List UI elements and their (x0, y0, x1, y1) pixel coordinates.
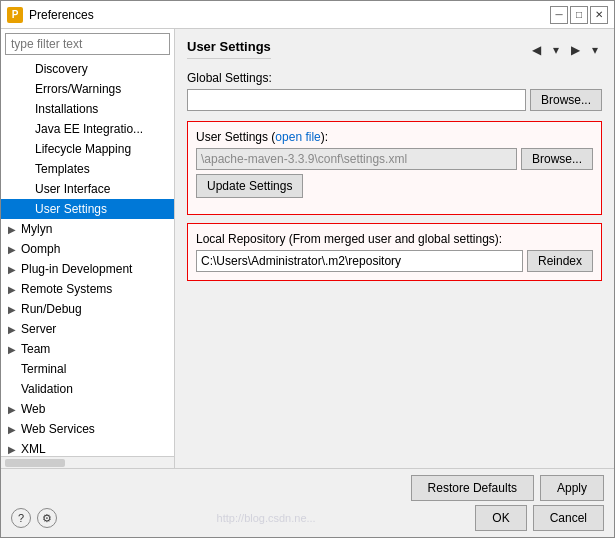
apply-button[interactable]: Apply (540, 475, 604, 501)
tree-item-oomph[interactable]: ▶Oomph (1, 239, 174, 259)
global-settings-label: Global Settings: (187, 71, 602, 85)
tree-label-discovery: Discovery (33, 62, 88, 76)
global-browse-button[interactable]: Browse... (530, 89, 602, 111)
settings-icon[interactable]: ⚙ (37, 508, 57, 528)
tree-label-errors-warnings: Errors/Warnings (33, 82, 121, 96)
update-settings-button[interactable]: Update Settings (196, 174, 303, 198)
tree-label-lifecycle-mapping: Lifecycle Mapping (33, 142, 131, 156)
tree-label-oomph: Oomph (19, 242, 60, 256)
nav-back-dropdown[interactable]: ▾ (549, 41, 563, 59)
user-browse-button[interactable]: Browse... (521, 148, 593, 170)
expand-icon-remote-systems: ▶ (5, 282, 19, 296)
tree-label-user-settings: User Settings (33, 202, 107, 216)
tree-item-templates[interactable]: Templates (1, 159, 174, 179)
expand-icon-server: ▶ (5, 322, 19, 336)
open-file-link[interactable]: open file (275, 130, 320, 144)
ok-button[interactable]: OK (475, 505, 526, 531)
expand-icon-errors-warnings (19, 82, 33, 96)
expand-icon-web: ▶ (5, 402, 19, 416)
global-settings-input[interactable] (187, 89, 526, 111)
tree-item-web-services[interactable]: ▶Web Services (1, 419, 174, 439)
tree-item-user-interface[interactable]: User Interface (1, 179, 174, 199)
maximize-button[interactable]: □ (570, 6, 588, 24)
section-title: User Settings (187, 39, 271, 59)
tree-item-java-ee[interactable]: Java EE Integratio... (1, 119, 174, 139)
app-icon: P (7, 7, 23, 23)
left-panel: DiscoveryErrors/WarningsInstallationsJav… (1, 29, 175, 468)
filter-input[interactable] (5, 33, 170, 55)
expand-icon-discovery (19, 62, 33, 76)
right-panel: User Settings ◀ ▾ ▶ ▾ Global Settings: B… (175, 29, 614, 468)
expand-icon-oomph: ▶ (5, 242, 19, 256)
tree-item-user-settings[interactable]: User Settings (1, 199, 174, 219)
user-settings-label: User Settings (open file): (196, 130, 593, 144)
cancel-button[interactable]: Cancel (533, 505, 604, 531)
tree-label-remote-systems: Remote Systems (19, 282, 112, 296)
tree-item-team[interactable]: ▶Team (1, 339, 174, 359)
nav-forward-button[interactable]: ▶ (567, 41, 584, 59)
expand-icon-templates (19, 162, 33, 176)
tree-label-run-debug: Run/Debug (19, 302, 82, 316)
expand-icon-plugin-development: ▶ (5, 262, 19, 276)
tree-item-plugin-development[interactable]: ▶Plug-in Development (1, 259, 174, 279)
title-bar: P Preferences ─ □ ✕ (1, 1, 614, 29)
expand-icon-mylyn: ▶ (5, 222, 19, 236)
tree-item-discovery[interactable]: Discovery (1, 59, 174, 79)
nav-forward-dropdown[interactable]: ▾ (588, 41, 602, 59)
tree-item-validation[interactable]: Validation (1, 379, 174, 399)
tree-item-xml[interactable]: ▶XML (1, 439, 174, 456)
restore-defaults-button[interactable]: Restore Defaults (411, 475, 534, 501)
tree-item-run-debug[interactable]: ▶Run/Debug (1, 299, 174, 319)
tree-label-server: Server (19, 322, 56, 336)
preference-tree: DiscoveryErrors/WarningsInstallationsJav… (1, 59, 174, 456)
top-action-buttons: Restore Defaults Apply (11, 475, 604, 501)
main-content: DiscoveryErrors/WarningsInstallationsJav… (1, 29, 614, 468)
local-repo-label: Local Repository (From merged user and g… (196, 232, 593, 246)
tree-label-mylyn: Mylyn (19, 222, 52, 236)
close-button[interactable]: ✕ (590, 6, 608, 24)
horizontal-scrollbar[interactable] (1, 456, 174, 468)
expand-icon-user-interface (19, 182, 33, 196)
tree-label-installations: Installations (33, 102, 98, 116)
bottom-icons: ? ⚙ (11, 508, 57, 528)
tree-item-terminal[interactable]: Terminal (1, 359, 174, 379)
expand-icon-run-debug: ▶ (5, 302, 19, 316)
expand-icon-team: ▶ (5, 342, 19, 356)
tree-label-plugin-development: Plug-in Development (19, 262, 132, 276)
tree-item-installations[interactable]: Installations (1, 99, 174, 119)
expand-icon-lifecycle-mapping (19, 142, 33, 156)
user-settings-input[interactable] (196, 148, 517, 170)
bottom-bar: Restore Defaults Apply ? ⚙ http://blog.c… (1, 468, 614, 537)
tree-label-web: Web (19, 402, 45, 416)
tree-label-terminal: Terminal (19, 362, 66, 376)
tree-item-mylyn[interactable]: ▶Mylyn (1, 219, 174, 239)
help-icon[interactable]: ? (11, 508, 31, 528)
local-repo-input[interactable] (196, 250, 523, 272)
tree-item-remote-systems[interactable]: ▶Remote Systems (1, 279, 174, 299)
tree-label-validation: Validation (19, 382, 73, 396)
expand-icon-xml: ▶ (5, 442, 19, 456)
tree-item-web[interactable]: ▶Web (1, 399, 174, 419)
tree-label-team: Team (19, 342, 50, 356)
scroll-thumb (5, 459, 65, 467)
tree-item-server[interactable]: ▶Server (1, 319, 174, 339)
tree-label-xml: XML (19, 442, 46, 456)
expand-icon-validation (5, 382, 19, 396)
nav-bar: ◀ ▾ ▶ ▾ (528, 41, 602, 59)
tree-label-user-interface: User Interface (33, 182, 110, 196)
local-repo-row: Reindex (196, 250, 593, 272)
expand-icon-installations (19, 102, 33, 116)
ok-cancel-buttons: OK Cancel (475, 505, 604, 531)
watermark: http://blog.csdn.ne... (57, 512, 475, 524)
local-repo-bordered: Local Repository (From merged user and g… (187, 223, 602, 281)
expand-icon-java-ee (19, 122, 33, 136)
preferences-dialog: P Preferences ─ □ ✕ DiscoveryErrors/Warn… (0, 0, 615, 538)
minimize-button[interactable]: ─ (550, 6, 568, 24)
nav-back-button[interactable]: ◀ (528, 41, 545, 59)
tree-item-lifecycle-mapping[interactable]: Lifecycle Mapping (1, 139, 174, 159)
reindex-button[interactable]: Reindex (527, 250, 593, 272)
global-settings-block: Global Settings: Browse... (187, 71, 602, 111)
dialog-title: Preferences (29, 8, 550, 22)
tree-label-java-ee: Java EE Integratio... (33, 122, 143, 136)
tree-item-errors-warnings[interactable]: Errors/Warnings (1, 79, 174, 99)
